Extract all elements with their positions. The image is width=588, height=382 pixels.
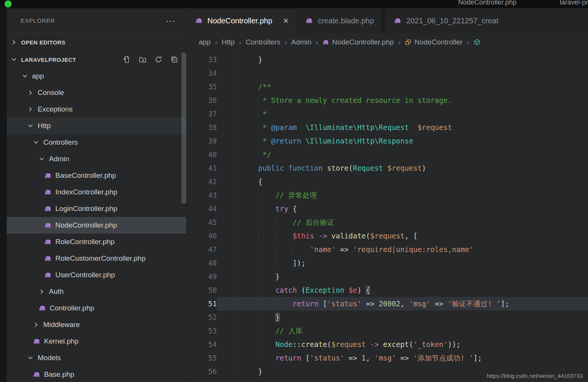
- code-line-36[interactable]: 36 * Store a newly created resource in s…: [187, 93, 588, 107]
- tree-item-usercontroller-php[interactable]: UserController.php: [7, 267, 186, 283]
- tree-item-controller-php[interactable]: Controller.php: [7, 300, 186, 316]
- code-line-42[interactable]: 42 {: [187, 175, 588, 188]
- tree-item-indexcontroller-php[interactable]: IndexController.php: [7, 184, 186, 200]
- tab-label: NodeController.php: [207, 17, 272, 25]
- line-number: 52: [187, 310, 217, 324]
- refresh-explorer-button[interactable]: [155, 56, 162, 63]
- breadcrumb-item-app[interactable]: app: [199, 38, 211, 46]
- chevron-right-icon: [11, 39, 17, 46]
- new-file-button[interactable]: [123, 56, 131, 63]
- breadcrumb-item-controllers[interactable]: Controllers: [246, 38, 280, 46]
- tree-item-nodecontroller-php[interactable]: NodeController.php: [7, 217, 186, 234]
- sidebar-scrollbar[interactable]: [181, 53, 186, 203]
- tree-item-models[interactable]: Models: [7, 350, 186, 366]
- new-folder-button[interactable]: [139, 56, 146, 63]
- indent-guide: [258, 245, 276, 254]
- tree-item-app[interactable]: app: [7, 68, 186, 84]
- indent-guide: [241, 327, 258, 335]
- breadcrumb-label: Admin: [291, 38, 311, 46]
- code-line-content: try {: [217, 202, 588, 215]
- tree-item-base-php[interactable]: Base.php: [7, 366, 186, 382]
- line-number: 41: [187, 161, 217, 175]
- code-line-35[interactable]: 35 /**: [187, 80, 588, 93]
- indent-guide: [241, 191, 258, 199]
- tab-create-blade-php[interactable]: create.blade.php: [297, 8, 382, 33]
- code-line-39[interactable]: 39 * @return \Illuminate\Http\Response: [187, 134, 588, 148]
- code-token: /**: [258, 83, 271, 91]
- code-token: 'name': [310, 245, 336, 254]
- tab-2021-06-10-221257-creat[interactable]: 2021_06_10_221257_creat: [385, 8, 588, 33]
- breadcrumb-item-symbol[interactable]: [474, 39, 480, 46]
- tree-item-rolecustomercontroller-php[interactable]: RoleCustomerController.php: [7, 250, 186, 267]
- code-line-46[interactable]: 46 $this -> validate($request, [: [187, 229, 588, 243]
- code-line-content: * @return \Illuminate\Http\Response: [217, 134, 588, 148]
- tree-item-exceptions[interactable]: Exceptions: [7, 101, 186, 118]
- chevron-down-icon: [38, 156, 45, 162]
- tree-item-http[interactable]: Http: [7, 118, 186, 134]
- open-editors-section[interactable]: OPEN EDITORS: [7, 33, 186, 51]
- code-token: return: [276, 354, 302, 362]
- project-section-header[interactable]: LARAVELPROJECT: [7, 51, 186, 68]
- tree-item-logincontroller-php[interactable]: LoginController.php: [7, 200, 186, 217]
- code-line-content: * Store a newly created resource in stor…: [217, 93, 588, 107]
- code-line-49[interactable]: 49 }: [187, 270, 588, 283]
- code-line-content: * @param \Illuminate\Http\Request $reque…: [217, 121, 588, 134]
- code-line-48[interactable]: 48 ]);: [187, 256, 588, 270]
- indent-guide: [258, 286, 276, 294]
- breadcrumb-item-admin[interactable]: Admin: [291, 38, 311, 46]
- code-line-37[interactable]: 37 *: [187, 107, 588, 121]
- code-line-47[interactable]: 47 'name' => 'required|unique:roles,name…: [187, 243, 588, 256]
- code-line-44[interactable]: 44 try {: [187, 202, 588, 215]
- tree-item-admin[interactable]: Admin: [7, 151, 186, 167]
- code-token: ];: [473, 354, 482, 362]
- tree-item-basecontroller-php[interactable]: BaseController.php: [7, 167, 186, 184]
- indent-guide: [258, 232, 276, 240]
- code-line-54[interactable]: 54 Node::create($request -> except('_tok…: [187, 338, 588, 351]
- tree-item-label: Console: [38, 89, 64, 97]
- close-tab-button[interactable]: ×: [283, 16, 288, 25]
- collapse-folders-button[interactable]: [171, 56, 178, 63]
- indent-guide: [241, 150, 258, 159]
- chevron-down-icon: [21, 73, 28, 79]
- code-line-34[interactable]: 34: [187, 66, 588, 80]
- code-token: \Illuminate\Http\Request: [306, 123, 409, 131]
- code-token: {: [366, 286, 370, 294]
- line-number: 54: [187, 338, 217, 351]
- breadcrumb-item-http[interactable]: Http: [222, 38, 235, 46]
- code-token: $request: [387, 164, 422, 172]
- code-token: validate: [331, 232, 366, 240]
- tree-item-rolecontroller-php[interactable]: RoleController.php: [7, 234, 186, 250]
- code-line-38[interactable]: 38 * @param \Illuminate\Http\Request $re…: [187, 121, 588, 134]
- code-line-55[interactable]: 55 return ['status' => 1, 'msg' => '添加节点…: [187, 351, 588, 365]
- code-token: , [: [405, 232, 417, 240]
- tree-item-controllers[interactable]: Controllers: [7, 134, 186, 151]
- code-line-41[interactable]: 41 public function store(Request $reques…: [187, 161, 588, 175]
- indent-guide: [258, 137, 262, 145]
- code-line-53[interactable]: 53 // 入库: [187, 324, 588, 338]
- code-line-40[interactable]: 40 */: [187, 148, 588, 161]
- code-editor[interactable]: 33 }3435 /**36 * Store a newly created r…: [187, 51, 588, 382]
- breadcrumb-item-nodecontroller[interactable]: NodeController: [405, 38, 463, 46]
- code-token: catch: [276, 286, 297, 294]
- code-line-33[interactable]: 33 }: [187, 53, 588, 66]
- tree-item-kernel-php[interactable]: Kernel.php: [7, 333, 186, 350]
- code-line-45[interactable]: 45 // 后台验证: [187, 215, 588, 229]
- tree-item-middleware[interactable]: Middleware: [7, 316, 186, 333]
- indent-guide: [258, 272, 276, 281]
- indent-guide: [276, 259, 293, 267]
- symbol-class-icon: [405, 39, 411, 46]
- tab-nodecontroller-php[interactable]: NodeController.php×: [187, 8, 297, 33]
- code-line-51[interactable]: 51 return ['status' => 20002, 'msg' => '…: [187, 297, 588, 310]
- code-line-43[interactable]: 43 // 异常处理: [187, 188, 588, 202]
- code-line-50[interactable]: 50 catch (Exception $e) {: [187, 283, 588, 297]
- more-actions-icon[interactable]: ···: [166, 19, 176, 23]
- breadcrumb-item-nodecontroller-php[interactable]: NodeController.php: [322, 38, 394, 46]
- tree-item-console[interactable]: Console: [7, 84, 186, 101]
- tree-item-auth[interactable]: Auth: [7, 283, 186, 300]
- tree-item-label: Kernel.php: [44, 337, 79, 345]
- indent-guide: [241, 123, 258, 131]
- line-number: 34: [187, 66, 217, 80]
- code-line-content: */: [217, 148, 588, 161]
- code-token: 'msg': [409, 299, 430, 308]
- code-line-52[interactable]: 52 }: [187, 310, 588, 324]
